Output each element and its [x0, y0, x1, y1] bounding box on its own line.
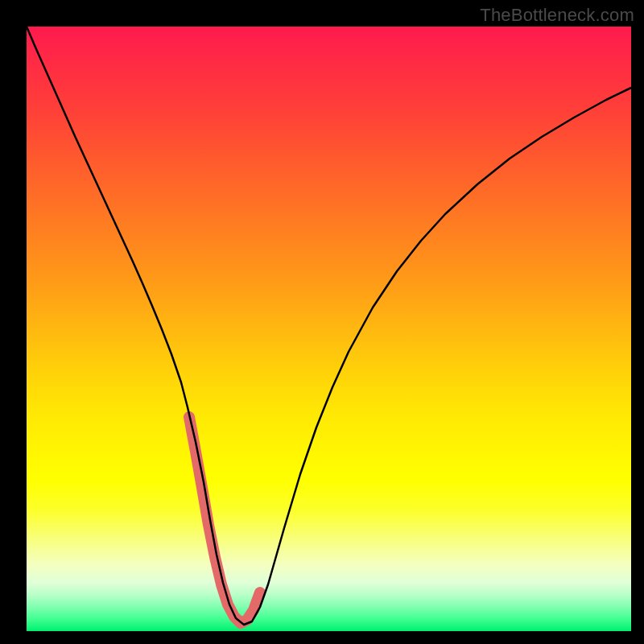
watermark-text: TheBottleneck.com — [480, 5, 634, 26]
chart-frame: TheBottleneck.com — [0, 0, 644, 644]
plot-area — [27, 27, 631, 631]
chart-svg — [27, 27, 631, 631]
highlight-sweet-spot — [189, 417, 260, 623]
bottleneck-curve — [27, 27, 631, 625]
